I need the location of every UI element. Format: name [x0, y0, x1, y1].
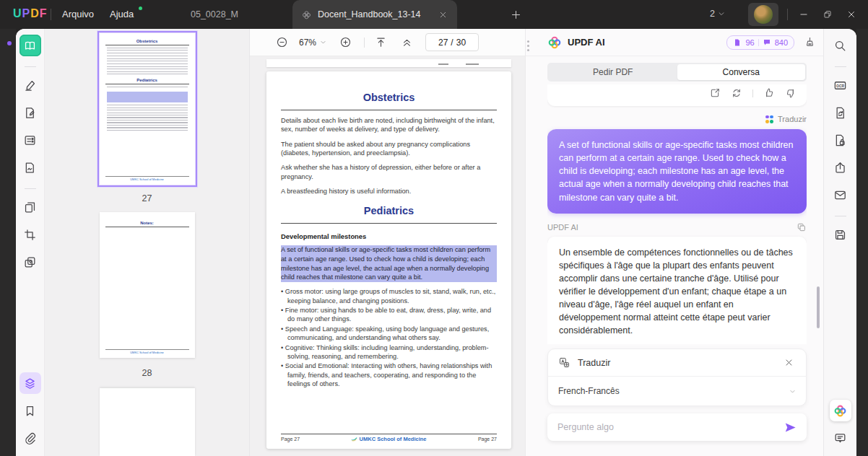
clear-chat-button[interactable]: [802, 35, 817, 51]
translate-card: Traduzir French-Francês: [547, 348, 807, 406]
previous-page-edge: [266, 59, 511, 67]
menu-arquivo[interactable]: Arquivo: [62, 9, 94, 19]
thumbnail-page-28[interactable]: Notes: UMKC School of Medicine: [100, 212, 195, 358]
panel-resize-handle[interactable]: [527, 40, 529, 51]
ocr-button[interactable]: OCR: [830, 74, 851, 96]
ai-credits-badge[interactable]: 96 840: [726, 35, 794, 50]
mini-text-lines: [107, 56, 188, 61]
protect-button[interactable]: [830, 129, 851, 151]
thumbs-up-button[interactable]: [762, 344, 773, 345]
save-button[interactable]: [830, 224, 851, 245]
footer-logo-text: UMKC School of Medicine: [360, 436, 427, 442]
pdf-paragraph: The patient should be asked about any pr…: [281, 140, 497, 158]
decorative-mark: [438, 63, 448, 65]
divider: [835, 216, 846, 216]
notification-dot: [7, 41, 12, 45]
attachments-button[interactable]: [19, 427, 41, 449]
avatar: [754, 5, 773, 24]
heading-rule: [281, 110, 497, 110]
list-item: Speech and Language: speaking, using bod…: [281, 325, 497, 342]
updf-ai-clover-icon: [833, 404, 847, 418]
divider: [752, 89, 753, 97]
reader-mode-button[interactable]: [19, 35, 41, 56]
thumbnail-page-27[interactable]: Obstetrics Pediatrics UMKC School of Med…: [100, 33, 195, 185]
tab-conversa[interactable]: Conversa: [677, 64, 806, 80]
page-number-input[interactable]: 27 / 30: [425, 33, 479, 51]
scroll-to-top-button[interactable]: [372, 34, 389, 51]
close-translate-button[interactable]: [784, 357, 796, 369]
close-icon: [846, 9, 856, 19]
thumbnail-footer: UMKC School of Medicine: [105, 349, 189, 354]
feedback-button[interactable]: [830, 427, 851, 449]
pages-icon: [23, 201, 37, 214]
tab-05-0028-m[interactable]: 05_0028_M: [153, 9, 276, 19]
tab-close-icon[interactable]: [437, 9, 448, 20]
organize-pages-button[interactable]: [19, 196, 41, 218]
thumbs-down-icon: [785, 87, 797, 99]
translate-icon: [558, 356, 570, 369]
mini-text-lines: [107, 87, 188, 89]
convert-button[interactable]: [830, 102, 851, 123]
layers-icon: [23, 377, 37, 390]
divider: [787, 9, 788, 20]
updf-ai-button[interactable]: [830, 400, 851, 421]
account-button[interactable]: [748, 3, 778, 26]
crop-button[interactable]: [19, 224, 41, 245]
regenerate-button[interactable]: [729, 344, 741, 345]
previous-section-button[interactable]: [398, 34, 415, 51]
thumbs-down-button[interactable]: [784, 344, 795, 345]
export-message-button[interactable]: [709, 87, 721, 99]
assistant-message-card: Un ensemble de compétences fonctionnelle…: [547, 237, 807, 344]
search-button[interactable]: [830, 35, 851, 56]
thumbnails-panel-button[interactable]: [19, 372, 41, 394]
document-count-dropdown[interactable]: 2: [710, 9, 725, 19]
batch-process-button[interactable]: [19, 251, 41, 273]
translate-action-tag[interactable]: Traduzir: [547, 115, 807, 123]
titlebar: UPDF Arquivo Ajuda 05_0028_M Docent_Hand…: [0, 0, 868, 29]
thumbs-up-button[interactable]: [763, 87, 775, 99]
heading-rule: [281, 223, 497, 224]
user-message-bubble: A set of functional skills or age-specif…: [547, 129, 807, 214]
edit-pdf-button[interactable]: [19, 102, 41, 123]
thumbnail-mini-heading: Pediatrics: [100, 78, 195, 82]
chat-scrollbar[interactable]: [817, 286, 820, 328]
chat-history: Traduzir A set of functional skills or a…: [547, 84, 807, 344]
send-button[interactable]: [781, 418, 799, 437]
new-tab-button[interactable]: [507, 6, 524, 23]
document-tab-icon: [301, 9, 312, 20]
copy-message-button[interactable]: [797, 222, 807, 232]
comment-tool-button[interactable]: [19, 74, 41, 96]
logo-letter: P: [22, 7, 31, 19]
updf-logo[interactable]: UPDF: [13, 7, 48, 20]
restore-icon: [823, 9, 833, 19]
tab-docent-handbook[interactable]: Docent_Handbook_13-14: [292, 0, 457, 29]
chat-credit-icon: [763, 38, 771, 47]
chat-input[interactable]: [547, 422, 781, 432]
export-message-button[interactable]: [708, 344, 719, 345]
zoom-in-button[interactable]: [337, 34, 354, 51]
menu-ajuda[interactable]: Ajuda: [110, 9, 134, 19]
crop-icon: [23, 228, 37, 242]
thumbnail-page-29[interactable]: [100, 388, 195, 456]
tab-pedir-pdf[interactable]: Pedir PDF: [549, 64, 677, 80]
share-button[interactable]: [830, 157, 851, 178]
thumbs-down-button[interactable]: [785, 87, 797, 99]
bookmarks-button[interactable]: [19, 400, 41, 421]
assistant-name: UPDF AI: [547, 223, 578, 232]
mini-text-lines: [107, 71, 188, 74]
zoom-out-button[interactable]: [273, 34, 290, 51]
zoom-dropdown-caret-icon[interactable]: [320, 39, 326, 45]
language-selector[interactable]: French-Francês: [548, 377, 806, 405]
sign-button[interactable]: [19, 157, 41, 178]
email-button[interactable]: [830, 184, 851, 206]
restore-button[interactable]: [818, 6, 837, 23]
svg-text:OCR: OCR: [836, 84, 844, 87]
forms-button[interactable]: [19, 129, 41, 151]
regenerate-button[interactable]: [731, 87, 742, 99]
close-window-button[interactable]: [842, 6, 861, 23]
updf-app: UPDF Arquivo Ajuda 05_0028_M Docent_Hand…: [0, 0, 868, 456]
list-item: Fine motor: using hands to be able to ea…: [281, 306, 497, 323]
minimize-button[interactable]: [794, 6, 813, 23]
close-icon: [784, 358, 794, 367]
logo-letter: D: [30, 7, 40, 19]
